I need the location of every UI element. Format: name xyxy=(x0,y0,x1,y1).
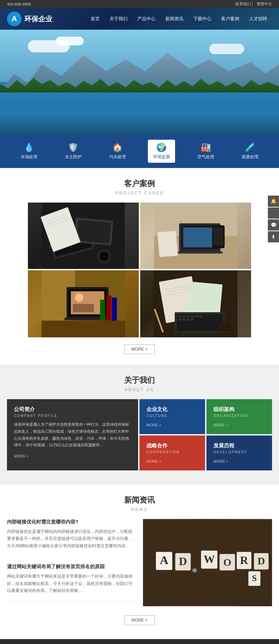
organization-subtitle: ORGANIZATION xyxy=(213,414,265,418)
hero-banner xyxy=(0,30,279,134)
desk-img xyxy=(140,203,251,269)
main-nav: 首页 关于我们 产品中心 新闻资讯 下载中心 客户案例 人才招聘 xyxy=(86,13,272,25)
service-label-2: 水土防护 xyxy=(65,154,82,160)
service-solid-waste[interactable]: 🧪 固废处理 xyxy=(236,140,264,163)
svg-rect-54 xyxy=(182,319,186,321)
solid-waste-icon: 🧪 xyxy=(245,142,255,152)
logo-icon: A xyxy=(7,12,22,26)
news-section: 新闻资讯 NEWS 内部链接优化时需注意哪些内容? 内部链接优化是属于网站的内部… xyxy=(0,484,279,639)
svg-rect-58 xyxy=(219,323,231,331)
logo[interactable]: A 环保企业 xyxy=(7,12,52,26)
nav-home[interactable]: 首页 xyxy=(86,13,105,25)
service-env-monitor[interactable]: 🌍 环境监测 xyxy=(148,140,175,163)
nav-recruitment[interactable]: 人才招聘 xyxy=(244,13,272,25)
about-right-top: 企业文化 CULTURE MORE + 战略合作 COOPERATION MOR… xyxy=(140,399,205,470)
service-air[interactable]: 🏭 空气处理 xyxy=(192,140,219,163)
svg-rect-23 xyxy=(213,227,224,246)
svg-rect-50 xyxy=(191,316,194,318)
nav-about[interactable]: 关于我们 xyxy=(105,13,133,25)
project-more-btn-container: MORE + xyxy=(0,344,279,354)
svg-rect-35 xyxy=(106,295,111,321)
service-label-1: 水域处理 xyxy=(21,154,37,160)
service-water-domain[interactable]: 💧 水域处理 xyxy=(15,140,43,163)
svg-point-15 xyxy=(100,253,108,261)
culture-subtitle: CULTURE xyxy=(146,414,198,418)
svg-text:D: D xyxy=(179,555,187,568)
nav-products[interactable]: 产品中心 xyxy=(133,13,160,25)
logo-text: 环保企业 xyxy=(24,14,52,24)
project-img-1[interactable] xyxy=(28,203,139,269)
project-img-2[interactable] xyxy=(140,203,251,269)
workspace-img xyxy=(28,270,139,337)
company-profile-subtitle: COMPANY PROFILE xyxy=(14,414,131,418)
svg-rect-48 xyxy=(182,316,186,318)
nav-download[interactable]: 下载中心 xyxy=(188,13,216,25)
service-sewage[interactable]: 🏠 污水处理 xyxy=(104,140,131,163)
news-item-1-title[interactable]: 内部链接优化时需注意哪些内容? xyxy=(7,519,136,525)
soil-protection-icon: 🛡️ xyxy=(68,142,78,152)
about-title-en: ABOUT US xyxy=(0,387,279,392)
news-item-2: 通过网站关键词布局了解没有首页排名的原因 网站关键词有哪方于网站来说是非常重要的… xyxy=(7,564,136,601)
lang-link[interactable]: 繁體中文 xyxy=(257,2,272,6)
footer-nav: 关于我们 企业介绍 组织结构 战略合作 发展历程 产品中心 产品分类一 产品分类… xyxy=(0,639,279,644)
organization-card: 组织架构 ORGANIZATION MORE + xyxy=(206,399,272,434)
svg-rect-51 xyxy=(195,316,198,318)
nav-cases[interactable]: 客户案例 xyxy=(216,13,244,25)
service-label-4: 环境监测 xyxy=(153,154,170,160)
sewage-icon: 🏠 xyxy=(112,142,123,152)
notebooks-img xyxy=(140,270,251,337)
company-profile-more[interactable]: MORE + xyxy=(14,454,131,458)
development-subtitle: DEVELOPMENT xyxy=(213,450,265,454)
water-domain-icon: 💧 xyxy=(24,142,34,152)
laptops-img xyxy=(28,203,139,269)
development-more[interactable]: MORE + xyxy=(213,459,265,463)
nav-news[interactable]: 新闻资讯 xyxy=(160,13,188,25)
svg-text:D: D xyxy=(257,555,265,566)
services-bar: 💧 水域处理 🛡️ 水土防护 🏠 污水处理 🌍 环境监测 🏭 空气处理 🧪 固废… xyxy=(0,134,279,168)
development-card: 发展历程 DEVELOPMENT MORE + xyxy=(206,436,272,470)
project-img-4[interactable] xyxy=(140,270,251,337)
float-phone[interactable]: 📞 xyxy=(268,207,279,219)
company-profile-card: 公司简介 COMPANY PROFILE 绿色环保是属人为了保护大自然形来取的一… xyxy=(7,399,138,470)
project-title-zh: 客户案例 xyxy=(0,178,279,189)
service-soil-protection[interactable]: 🛡️ 水土防护 xyxy=(60,140,87,163)
organization-more[interactable]: MORE + xyxy=(213,423,265,427)
news-item-2-title[interactable]: 通过网站关键词布局了解没有首页排名的原因 xyxy=(7,564,136,570)
float-top[interactable]: ⬆ xyxy=(268,231,279,242)
float-message[interactable]: 💬 xyxy=(268,219,279,230)
svg-text:O: O xyxy=(223,557,231,568)
svg-rect-56 xyxy=(191,319,194,321)
top-bar: 400-888-8888 联系我们 | 繁體中文 xyxy=(0,0,279,8)
news-more-button[interactable]: MORE + xyxy=(124,615,155,625)
service-label-6: 固废处理 xyxy=(242,154,258,160)
about-right-bottom: 组织架构 ORGANIZATION MORE + 发展历程 DEVELOPMEN… xyxy=(206,399,272,470)
culture-card: 企业文化 CULTURE MORE + xyxy=(140,399,205,434)
news-item-2-content: 网站关键词有哪方于网站来说是非常重要的一个好词，只要内容做得好，排名就能够比较高… xyxy=(7,573,136,594)
svg-rect-52 xyxy=(199,316,203,318)
svg-rect-55 xyxy=(187,319,190,321)
culture-more[interactable]: MORE + xyxy=(146,423,198,427)
project-more-button[interactable]: MORE + xyxy=(124,344,155,354)
svg-rect-49 xyxy=(187,316,190,318)
svg-rect-5 xyxy=(76,220,111,243)
env-monitor-icon: 🌍 xyxy=(156,142,167,152)
float-bell[interactable]: 🔔 xyxy=(268,196,279,207)
news-grid: 内部链接优化时需注意哪些内容? 内部链接优化是属于网站的内部链接进行优化，内部优… xyxy=(7,519,272,608)
svg-rect-21 xyxy=(183,227,216,247)
development-title: 发展历程 xyxy=(213,442,265,449)
svg-text:S: S xyxy=(252,573,257,583)
contact-link[interactable]: 联系我们 xyxy=(235,2,251,6)
cooperation-card: 战略合作 COOPERATION MORE + xyxy=(140,436,205,470)
svg-rect-36 xyxy=(112,298,117,321)
news-item-1: 内部链接优化时需注意哪些内容? 内部链接优化是属于网站的内部链接进行优化，内部优… xyxy=(7,519,136,557)
svg-rect-34 xyxy=(73,304,94,312)
cloud-2 xyxy=(56,37,84,45)
project-title: 客户案例 PROJECT CASES xyxy=(0,168,279,203)
culture-title: 企业文化 xyxy=(146,406,198,413)
cloud-3 xyxy=(209,44,244,54)
svg-rect-47 xyxy=(178,316,182,318)
separator: | xyxy=(252,2,254,6)
project-img-3[interactable] xyxy=(28,270,139,337)
project-section: 客户案例 PROJECT CASES xyxy=(0,168,279,365)
cooperation-more[interactable]: MORE + xyxy=(146,459,198,463)
